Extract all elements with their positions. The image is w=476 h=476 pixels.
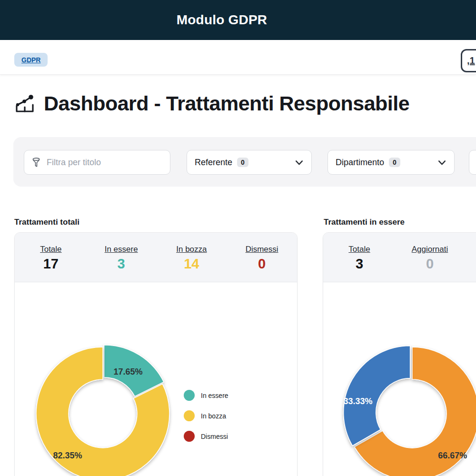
- stat-totale-value: 17: [16, 256, 86, 272]
- stats-mini-button[interactable]: ,1: [461, 49, 476, 72]
- card-trattamenti-in-essere: Totale 3 Aggiornati 0 66.67%33.33%: [323, 232, 476, 476]
- card1-title: Trattamenti totali: [14, 218, 79, 227]
- stat-in-bozza-label[interactable]: In bozza: [157, 245, 227, 254]
- legend-swatch-in-essere: [184, 390, 195, 401]
- stat-dismessi-value: 0: [227, 256, 297, 272]
- stat2-aggiornati: Aggiornati 0: [395, 245, 465, 282]
- stat-dismessi-label[interactable]: Dismessi: [227, 245, 297, 254]
- breadcrumb[interactable]: GDPR: [14, 53, 48, 67]
- filter-panel: Filtra per titolo Referente 0 Dipartimen…: [13, 137, 476, 187]
- breadcrumb-bar: GDPR ,1: [0, 40, 476, 75]
- legend-swatch-in-bozza: [184, 410, 195, 421]
- stat2-totale-label[interactable]: Totale: [324, 245, 395, 254]
- card1-stats-header: Totale 17 In essere 3 In bozza 14 Dismes…: [15, 233, 297, 282]
- stat2-aggiornati-label[interactable]: Aggiornati: [395, 245, 465, 254]
- chart1-legend: In essere In bozza Dismessi: [184, 390, 228, 451]
- legend-item-dismessi[interactable]: Dismessi: [184, 431, 228, 442]
- stat-in-bozza: In bozza 14: [157, 245, 227, 282]
- legend-item-in-bozza[interactable]: In bozza: [184, 410, 228, 421]
- stat-dismessi: Dismessi 0: [227, 245, 297, 282]
- stat-totale: Totale 17: [16, 245, 86, 282]
- card2-stats-header: Totale 3 Aggiornati 0: [323, 233, 476, 282]
- stat-totale-label[interactable]: Totale: [16, 245, 86, 254]
- dipartimento-dropdown[interactable]: Dipartimento 0: [327, 150, 455, 175]
- stat2-aggiornati-value: 0: [395, 256, 465, 272]
- svg-text:17.65%: 17.65%: [114, 367, 143, 377]
- funnel-icon: [31, 157, 41, 168]
- legend-item-in-essere[interactable]: In essere: [184, 390, 228, 401]
- donut-chart-trattamenti-totali[interactable]: 17.65%82.35%: [15, 282, 298, 476]
- breadcrumb-link-gdpr[interactable]: GDPR: [21, 56, 40, 64]
- stat2-totale-value: 3: [324, 256, 395, 272]
- stat2-totale: Totale 3: [324, 245, 395, 282]
- title-filter-input[interactable]: Filtra per titolo: [24, 150, 170, 175]
- app-header: Modulo GDPR: [0, 0, 476, 40]
- referente-dropdown-label: Referente: [195, 158, 232, 168]
- svg-text:33.33%: 33.33%: [344, 397, 373, 406]
- app-title: Modulo GDPR: [0, 12, 476, 28]
- dipartimento-count-badge: 0: [389, 158, 400, 167]
- legend-swatch-dismessi: [184, 431, 195, 442]
- stat-in-bozza-value: 14: [157, 256, 227, 272]
- stat-in-essere: In essere 3: [86, 245, 157, 282]
- referente-dropdown[interactable]: Referente 0: [187, 150, 312, 175]
- dipartimento-dropdown-label: Dipartimento: [336, 158, 384, 168]
- legend-label-in-bozza: In bozza: [201, 412, 226, 420]
- gdpr-dashboard-page: Modulo GDPR GDPR ,1 Dashboard - Trattame…: [0, 0, 476, 476]
- page-title: Dashboard - Trattamenti Responsabile: [44, 92, 409, 115]
- svg-text:82.35%: 82.35%: [53, 451, 82, 460]
- referente-count-badge: 0: [237, 158, 248, 167]
- chevron-down-icon: [295, 158, 304, 167]
- svg-text:66.67%: 66.67%: [438, 451, 467, 460]
- stat-in-essere-value: 3: [86, 256, 157, 272]
- donut-chart-trattamenti-in-essere[interactable]: 66.67%33.33%: [323, 282, 476, 476]
- chevron-down-icon: [437, 158, 446, 167]
- card2-title: Trattamenti in essere: [324, 218, 405, 227]
- stat-in-essere-label[interactable]: In essere: [86, 245, 157, 254]
- partial-filter-control[interactable]: [469, 150, 476, 175]
- chart-line-icon: [13, 93, 35, 115]
- stats-mini-button-glyph: ,1: [467, 55, 475, 66]
- title-filter-placeholder: Filtra per titolo: [47, 158, 101, 168]
- legend-label-in-essere: In essere: [201, 392, 228, 399]
- card2-chart-area: 66.67%33.33%: [323, 282, 476, 476]
- card1-chart-area: 17.65%82.35% In essere In bozza Dismessi: [15, 282, 297, 476]
- legend-label-dismessi: Dismessi: [201, 433, 228, 440]
- page-title-row: Dashboard - Trattamenti Responsabile: [13, 92, 409, 115]
- card-trattamenti-totali: Totale 17 In essere 3 In bozza 14 Dismes…: [14, 232, 298, 476]
